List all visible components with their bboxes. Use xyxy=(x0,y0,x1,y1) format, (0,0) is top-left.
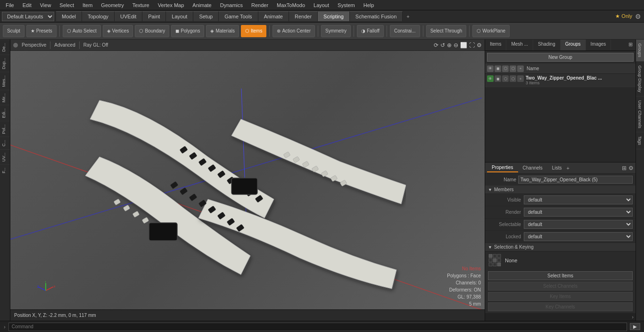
layout-tab-scripting[interactable]: Scripting xyxy=(318,11,350,21)
menu-vertex-map[interactable]: Vertex Map xyxy=(154,1,188,9)
menu-layout[interactable]: Layout xyxy=(310,1,333,9)
left-tab-de[interactable]: De... xyxy=(0,40,10,55)
menu-maxtomodo[interactable]: MaxToModo xyxy=(273,1,309,9)
selection-keying-header[interactable]: ▼ Selection & Keying xyxy=(485,243,636,251)
vp-frame-icon[interactable]: ⬜ xyxy=(460,42,467,49)
group-lock-icon[interactable]: ⬡ xyxy=(502,75,509,82)
menu-edit[interactable]: Edit xyxy=(19,1,35,9)
layout-tab-paint[interactable]: Paint xyxy=(142,11,166,21)
menu-file[interactable]: File xyxy=(2,1,18,9)
canvas-area[interactable]: X Z Y No Items Polygons : Face Channels:… xyxy=(10,51,485,309)
prop-select-selectable[interactable]: default xyxy=(524,220,633,229)
menu-system[interactable]: System xyxy=(334,1,359,9)
left-tab-mes[interactable]: Mes... xyxy=(0,72,10,90)
layout-tab-plus[interactable]: + xyxy=(403,12,413,21)
key-channels-button[interactable]: Key Channels xyxy=(488,302,633,311)
star-only-toggle[interactable]: ★ Only xyxy=(615,13,632,19)
menu-render[interactable]: Render xyxy=(248,1,272,9)
layout-tab-schematic[interactable]: Schematic Fusion xyxy=(350,11,403,21)
left-tab-mir[interactable]: Mir... xyxy=(0,90,10,105)
command-submit-button[interactable]: ▶ xyxy=(630,323,640,330)
settings-icon[interactable]: ⚙ xyxy=(635,13,641,20)
layout-tab-topology[interactable]: Topology xyxy=(82,11,115,21)
right-vtab-groupdisplay[interactable]: Group Display xyxy=(636,62,644,97)
select-channels-button[interactable]: Select Channels xyxy=(488,282,633,291)
vp-zoom-out-icon[interactable]: ⊖ xyxy=(454,42,458,49)
key-items-button[interactable]: Key Items xyxy=(488,292,633,301)
vp-zoom-in-icon[interactable]: ⊕ xyxy=(447,42,452,49)
action-center-button[interactable]: ⊕ Action Center xyxy=(272,25,315,37)
props-expand-icon[interactable]: ⊞ xyxy=(622,165,627,171)
right-vtab-groups[interactable]: Groups xyxy=(636,40,644,62)
left-tab-dup[interactable]: Dup... xyxy=(0,55,10,72)
props-tab-channels[interactable]: Channels xyxy=(518,164,547,172)
viewport[interactable]: Perspective Advanced Ray GL: Off ⟳ ↺ ⊕ ⊖… xyxy=(10,40,485,309)
left-tab-uv[interactable]: UV... xyxy=(0,149,10,164)
props-tab-properties[interactable]: Properties xyxy=(487,163,518,172)
vp-refresh-icon[interactable]: ↺ xyxy=(440,42,445,49)
props-header-plus[interactable]: + xyxy=(566,165,569,171)
menu-item[interactable]: Item xyxy=(79,1,96,9)
menu-select[interactable]: Select xyxy=(56,1,78,9)
workplane-button[interactable]: ⬡ WorkPlane xyxy=(472,25,510,37)
presets-button[interactable]: ★ Presets xyxy=(26,25,57,37)
symmetry-button[interactable]: Symmetry xyxy=(321,25,351,37)
expand-left-icon[interactable]: › xyxy=(4,324,6,330)
materials-button[interactable]: ◈ Materials xyxy=(206,25,239,37)
group-expand-icon[interactable]: + xyxy=(517,75,524,82)
members-header[interactable]: ▼ Members xyxy=(485,186,636,194)
sculpt-button[interactable]: Sculpt xyxy=(3,25,25,37)
tab-mesh[interactable]: Mesh ... xyxy=(506,40,533,50)
menu-texture[interactable]: Texture xyxy=(129,1,153,9)
vertices-button[interactable]: ◈ Vertices xyxy=(103,25,133,37)
command-input[interactable] xyxy=(8,323,627,331)
layout-tab-setup[interactable]: Setup xyxy=(193,11,219,21)
prop-select-render[interactable]: default xyxy=(524,208,633,217)
constrain-button[interactable]: Constrai... xyxy=(390,25,420,37)
props-tab-lists[interactable]: Lists xyxy=(547,164,567,172)
select-items-button[interactable]: Select Items xyxy=(488,271,633,280)
vp-rotate-icon[interactable]: ⟳ xyxy=(434,42,438,49)
group-eye-icon[interactable]: 👁 xyxy=(487,75,494,82)
right-vtab-tags[interactable]: Tags xyxy=(636,132,644,149)
layout-tab-gametools[interactable]: Game Tools xyxy=(219,11,258,21)
panel-expand-icon[interactable]: › xyxy=(632,314,634,320)
menu-dynamics[interactable]: Dynamics xyxy=(216,1,247,9)
menu-animate[interactable]: Animate xyxy=(189,1,215,9)
layout-tab-uvedit[interactable]: UVEdit xyxy=(115,11,142,21)
menu-geometry[interactable]: Geometry xyxy=(97,1,127,9)
left-tab-edi[interactable]: Edi... xyxy=(0,105,10,121)
layout-tab-render[interactable]: Render xyxy=(289,11,318,21)
layout-tab-layout[interactable]: Layout xyxy=(166,11,193,21)
right-tab-plus[interactable]: ⊞ xyxy=(626,40,636,50)
new-group-button[interactable]: New Group xyxy=(487,53,634,62)
tab-images[interactable]: Images xyxy=(586,40,611,50)
left-tab-pol[interactable]: Pol... xyxy=(0,121,10,137)
group-render-icon[interactable]: ◼ xyxy=(495,75,501,82)
prop-select-visible[interactable]: default xyxy=(524,195,633,204)
select-through-button[interactable]: Select Through xyxy=(426,25,467,37)
auto-select-button[interactable]: ⬡ Auto Select xyxy=(63,25,101,37)
items-button[interactable]: ⬡ Items xyxy=(241,25,266,37)
layout-dropdown[interactable]: Default Layouts xyxy=(2,12,54,21)
layout-tab-model[interactable]: Model xyxy=(56,11,82,21)
group-lock2-icon[interactable]: ⬡ xyxy=(510,75,516,82)
vp-expand-icon[interactable]: ⛶ xyxy=(469,42,475,49)
tab-groups[interactable]: Groups xyxy=(561,40,586,50)
group-count: 3 Items xyxy=(526,81,634,85)
vp-settings-icon[interactable]: ⚙ xyxy=(477,42,482,49)
polygons-button[interactable]: ◼ Polygons xyxy=(171,25,204,37)
boundary-button[interactable]: ⬡ Boundary xyxy=(135,25,169,37)
layout-tab-animate[interactable]: Animate xyxy=(258,11,289,21)
props-name-input[interactable] xyxy=(518,176,633,184)
prop-select-locked[interactable]: default xyxy=(524,232,633,241)
left-tab-c[interactable]: C... xyxy=(0,137,10,149)
menu-help[interactable]: Help xyxy=(360,1,378,9)
menu-view[interactable]: View xyxy=(36,1,55,9)
props-settings-icon[interactable]: ⚙ xyxy=(628,165,634,171)
falloff-button[interactable]: ◑ Falloff xyxy=(357,25,384,37)
tab-items[interactable]: Items xyxy=(485,40,506,50)
tab-shading[interactable]: Shading xyxy=(533,40,561,50)
right-vtab-userchannels[interactable]: User Channels xyxy=(636,97,644,133)
left-tab-f[interactable]: F... xyxy=(0,164,10,176)
